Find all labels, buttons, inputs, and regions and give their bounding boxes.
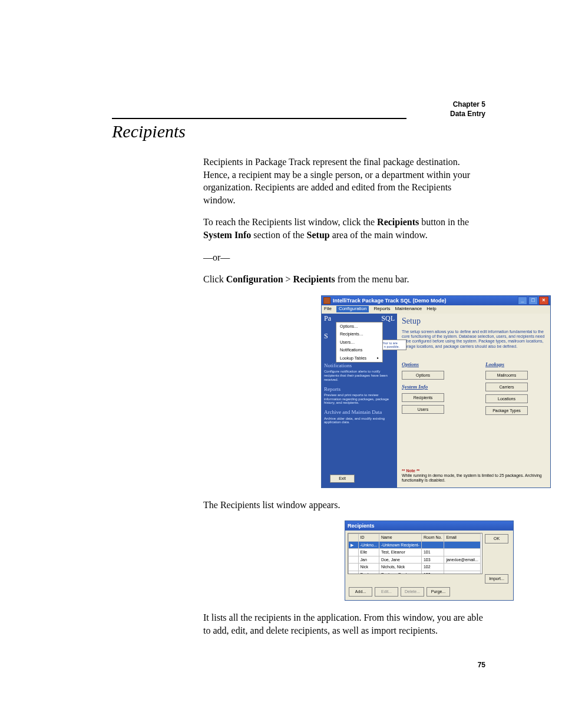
recipients-button[interactable]: Recipients — [402, 393, 444, 402]
col-room[interactable]: Room No. — [421, 534, 444, 541]
section-title: Recipients — [112, 118, 406, 141]
mailrooms-button[interactable]: Mailrooms — [485, 371, 528, 380]
menu-maintenance[interactable]: Maintenance — [395, 306, 422, 312]
window-title: IntelliTrack Package Track SQL (Demo Mod… — [333, 297, 446, 304]
nav-notifications-desc: Configure notification alerts to notify … — [324, 370, 395, 382]
col-id[interactable]: ID — [358, 534, 379, 541]
nav-archive-desc: Archive older data, and modify existing … — [324, 417, 395, 425]
menu-configuration[interactable]: Configuration — [336, 306, 369, 312]
page-header: Chapter 5 Data Entry — [450, 100, 485, 118]
note-body: While running in demo mode, the system i… — [402, 473, 546, 482]
recipients-window-title: Recipients — [345, 521, 513, 531]
recipients-table: ID Name Room No. Email ▶ -Unkno... -Unkn… — [348, 533, 481, 574]
options-heading: Options — [402, 361, 444, 368]
purge-button[interactable]: Purge... — [427, 587, 450, 597]
edit-button[interactable]: Edit... — [375, 587, 398, 597]
options-button[interactable]: Options — [402, 371, 444, 380]
maximize-button[interactable]: □ — [528, 297, 538, 305]
carriers-button[interactable]: Carriers — [485, 383, 528, 391]
setup-panel: Setup The setup screen allows you to def… — [397, 314, 550, 487]
setup-heading: Setup — [402, 316, 546, 327]
minimize-button[interactable]: _ — [518, 297, 527, 305]
dropdown-users[interactable]: Users… — [336, 338, 382, 346]
delete-button[interactable]: Delete... — [401, 587, 424, 597]
chapter-subtitle: Data Entry — [450, 110, 485, 119]
nav-reports-head[interactable]: Reports — [324, 386, 395, 393]
paragraph-summary: It lists all the recipients in the appli… — [203, 611, 485, 637]
left-strip-sql: SQL — [381, 314, 395, 322]
import-button[interactable]: Import... — [485, 574, 508, 584]
nav-archive-head[interactable]: Archive and Maintain Data — [324, 409, 395, 416]
paragraph-menu-path: Click Configuration > Recipients from th… — [203, 273, 485, 286]
left-strip-pa: Pa — [324, 314, 331, 322]
app-icon — [323, 297, 330, 304]
page-number: 75 — [478, 661, 485, 669]
menu-help[interactable]: Help — [427, 306, 436, 312]
paragraph-list-appears: The Recipients list window appears. — [203, 499, 485, 512]
table-row[interactable]: Jan Doe, Jane 103 janedoe@email... — [349, 556, 481, 563]
nav-reports-desc: Preview and print reports to review info… — [324, 393, 395, 406]
chapter-label: Chapter 5 — [450, 100, 485, 110]
menu-reports[interactable]: Reports — [373, 306, 390, 312]
package-types-button[interactable]: Package Types — [485, 406, 528, 415]
recipients-table-wrap: ID Name Room No. Email ▶ -Unkno... -Unkn… — [348, 533, 482, 574]
add-button[interactable]: Add... — [349, 587, 372, 597]
screenshot-recipients-window: Recipients ID Name Room No. Email ▶ — [345, 521, 514, 601]
table-header-row: ID Name Room No. Email — [349, 534, 481, 541]
setup-description: The setup screen allows you to define an… — [402, 330, 546, 350]
table-row[interactable]: Elle Test, Eleanor 101 — [349, 549, 481, 556]
users-button[interactable]: Users — [402, 405, 444, 414]
left-strip-s: S — [324, 331, 328, 341]
dropdown-lookup-tables[interactable]: Lookup Tables — [336, 354, 382, 362]
note-heading: ** Note ** — [402, 468, 546, 473]
lookups-heading: Lookups — [485, 361, 528, 368]
menu-file[interactable]: File — [324, 306, 332, 312]
dropdown-recipients[interactable]: Recipients… — [336, 330, 382, 338]
exit-button[interactable]: Exit — [330, 475, 355, 483]
window-titlebar: IntelliTrack Package Track SQL (Demo Mod… — [322, 296, 550, 305]
ok-button[interactable]: OK — [485, 534, 508, 543]
close-button[interactable]: × — [539, 297, 548, 305]
paragraph-intro: Recipients in Package Track represent th… — [203, 156, 485, 206]
table-row[interactable]: ▶ -Unkno... -Unknown Recipient- — [349, 541, 481, 548]
dropdown-options[interactable]: Options… — [336, 322, 382, 330]
dropdown-notifications[interactable]: Notifications — [336, 346, 382, 354]
table-row[interactable]: Nick Nichols, Nick 102 — [349, 564, 481, 571]
lookups-column: Lookups Mailrooms Carriers Locations Pac… — [485, 361, 528, 418]
left-navigation-panel: Pa SQL Options… Recipients… Users… Notif… — [322, 314, 397, 487]
locations-button[interactable]: Locations — [485, 394, 528, 403]
row-marker-header — [349, 534, 359, 541]
nav-notifications-head[interactable]: Notifications — [324, 362, 395, 369]
system-info-heading: System Info — [402, 383, 444, 390]
or-divider: —or— — [203, 251, 485, 264]
col-name[interactable]: Name — [379, 534, 421, 541]
col-email[interactable]: Email — [444, 534, 481, 541]
configuration-dropdown: Options… Recipients… Users… Notification… — [336, 322, 383, 363]
options-column: Options Options System Info Recipients U… — [402, 361, 444, 418]
screenshot-setup-window: IntelliTrack Package Track SQL (Demo Mod… — [321, 295, 551, 488]
menubar: File Configuration Reports Maintenance H… — [322, 305, 550, 314]
paragraph-reach: To reach the Recipients list window, cli… — [203, 216, 485, 241]
table-row[interactable]: Paul Paulson, Paul 100 — [349, 571, 481, 574]
